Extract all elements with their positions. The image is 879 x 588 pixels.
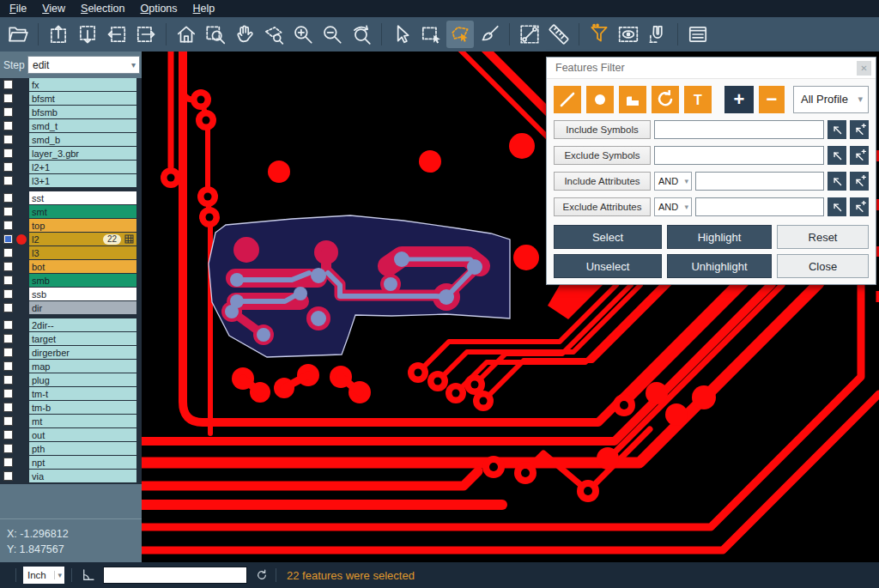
pick-from-canvas-icon[interactable] (827, 172, 846, 191)
clear-brush-icon[interactable] (476, 21, 503, 48)
include-attributes-button[interactable]: Include Attributes (554, 172, 651, 191)
view-selection-icon[interactable] (615, 21, 642, 48)
dialog-title-bar[interactable]: Features Filter ✕ (547, 58, 876, 79)
layer-checkbox-mt[interactable] (3, 416, 13, 426)
pick-add-from-canvas-icon[interactable] (850, 172, 869, 191)
open-file-icon[interactable] (4, 21, 32, 48)
features-filter-icon[interactable] (585, 21, 613, 48)
layer-checkbox-bot[interactable] (3, 262, 13, 271)
layer-name-l2[interactable]: l222 (29, 233, 136, 246)
layer-name-layer_3.gbr[interactable]: layer_3.gbr (29, 147, 136, 160)
logic-operator-dropdown[interactable]: AND▾ (654, 197, 692, 216)
layer-name-tm-t[interactable]: tm-t (29, 387, 136, 400)
layer-checkbox-ssb[interactable] (3, 289, 13, 299)
unselect-button[interactable]: Unselect (554, 254, 662, 278)
pan-down-icon[interactable] (74, 21, 101, 48)
layer-name-ssb[interactable]: ssb (29, 288, 136, 300)
pick-from-canvas-icon[interactable] (827, 146, 846, 165)
layer-name-pth[interactable]: pth (29, 442, 136, 455)
menu-item-selection[interactable]: Selection (73, 1, 132, 16)
select-rectangle-icon[interactable] (417, 21, 445, 48)
layer-checkbox-bfsmt[interactable] (3, 94, 13, 103)
layers-panel-icon[interactable] (684, 21, 712, 48)
refresh-icon[interactable] (255, 568, 269, 582)
layer-name-map[interactable]: map (29, 360, 136, 373)
layer-checkbox-tm-t[interactable] (3, 389, 13, 398)
layer-name-2dir--[interactable]: 2dir-- (29, 318, 136, 331)
active-layer-indicator[interactable] (16, 234, 27, 245)
layer-checkbox-sst[interactable] (3, 193, 13, 203)
layer-name-via[interactable]: via (29, 470, 136, 482)
menu-item-options[interactable]: Options (132, 1, 185, 16)
feature-line-icon[interactable] (554, 86, 581, 113)
pan-hand-icon[interactable] (231, 21, 258, 48)
select-polygon-icon[interactable] (446, 21, 474, 48)
layer-checkbox-dir[interactable] (3, 303, 13, 312)
pick-add-from-canvas-icon[interactable] (850, 120, 869, 139)
layer-name-target[interactable]: target (29, 332, 136, 345)
unhighlight-button[interactable]: Unhighlight (667, 254, 772, 278)
layer-checkbox-out[interactable] (3, 430, 13, 439)
feature-surface-icon[interactable] (619, 86, 646, 113)
pick-add-from-canvas-icon[interactable] (850, 146, 869, 165)
reset-button[interactable]: Reset (777, 225, 869, 249)
layer-name-fx[interactable]: fx (29, 78, 136, 91)
layer-checkbox-dirgerber[interactable] (3, 348, 13, 357)
pan-up-icon[interactable] (45, 21, 72, 48)
menu-item-view[interactable]: View (34, 1, 73, 16)
layer-checkbox-smd_t[interactable] (3, 121, 13, 130)
ruler-icon[interactable] (545, 21, 573, 48)
layer-name-npt[interactable]: npt (29, 456, 136, 469)
layer-checkbox-npt[interactable] (3, 458, 13, 467)
pick-from-canvas-icon[interactable] (827, 120, 846, 139)
layer-name-l3[interactable]: l3 (29, 246, 136, 259)
remove-filter-button[interactable]: − (759, 86, 785, 113)
add-filter-button[interactable]: + (724, 86, 754, 113)
layer-checkbox-tm-b[interactable] (3, 403, 13, 412)
close-button[interactable]: Close (777, 254, 869, 278)
grid-icon[interactable] (124, 234, 134, 244)
zoom-previous-icon[interactable] (348, 21, 375, 48)
unit-dropdown[interactable]: Inch ▾ (23, 567, 64, 584)
logic-operator-dropdown[interactable]: AND▾ (654, 172, 692, 191)
profile-dropdown[interactable]: All Profile ▾ (793, 86, 869, 113)
menu-item-file[interactable]: File (2, 1, 34, 16)
layer-checkbox-l3[interactable] (3, 248, 13, 258)
layer-name-dirgerber[interactable]: dirgerber (29, 346, 136, 359)
layer-name-out[interactable]: out (29, 428, 136, 441)
layer-checkbox-2dir--[interactable] (3, 320, 13, 330)
layer-name-smd_t[interactable]: smd_t (29, 119, 136, 132)
feature-pad-icon[interactable] (586, 86, 614, 113)
layer-checkbox-l3+1[interactable] (3, 176, 13, 185)
layer-name-mt[interactable]: mt (29, 415, 136, 427)
layer-name-dir[interactable]: dir (29, 301, 136, 314)
layer-checkbox-smd_b[interactable] (3, 135, 13, 144)
layer-name-sst[interactable]: sst (29, 191, 136, 204)
pan-left-icon[interactable] (103, 21, 130, 48)
feature-arc-icon[interactable] (652, 86, 679, 113)
layer-checkbox-map[interactable] (3, 361, 13, 371)
layer-name-l2+1[interactable]: l2+1 (29, 161, 136, 173)
layer-name-plug[interactable]: plug (29, 373, 136, 386)
zoom-area-icon[interactable] (202, 21, 229, 48)
home-view-icon[interactable] (173, 21, 200, 48)
include-symbols-input[interactable] (654, 120, 824, 139)
include-symbols-button[interactable]: Include Symbols (554, 120, 651, 139)
zoom-out-icon[interactable] (318, 21, 346, 48)
layer-name-bfsmb[interactable]: bfsmb (29, 106, 136, 118)
layer-checkbox-l2[interactable] (3, 234, 13, 244)
layer-checkbox-target[interactable] (3, 334, 13, 343)
zoom-in-icon[interactable] (289, 21, 317, 48)
include-attributes-input[interactable] (695, 172, 824, 191)
exclude-symbols-button[interactable]: Exclude Symbols (554, 146, 651, 165)
layer-name-smd_b[interactable]: smd_b (29, 133, 136, 146)
highlight-button[interactable]: Highlight (667, 225, 772, 249)
layer-checkbox-plug[interactable] (3, 375, 13, 385)
layer-name-tm-b[interactable]: tm-b (29, 401, 136, 414)
close-icon[interactable]: ✕ (857, 61, 871, 76)
feature-text-icon[interactable]: T (684, 86, 712, 113)
layer-name-smb[interactable]: smb (29, 274, 136, 287)
layer-checkbox-top[interactable] (3, 221, 13, 230)
pick-from-canvas-icon[interactable] (827, 197, 846, 216)
select-cursor-icon[interactable] (388, 21, 415, 48)
